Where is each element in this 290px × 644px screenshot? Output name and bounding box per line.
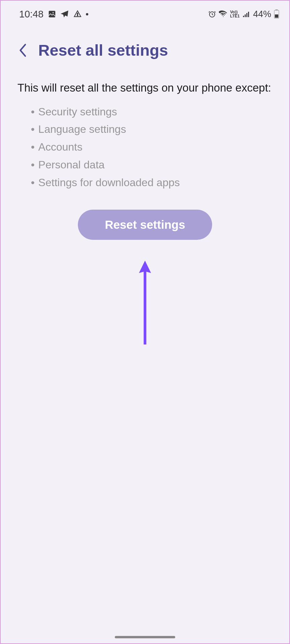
wifi-icon bbox=[219, 10, 228, 18]
alarm-icon bbox=[208, 10, 216, 18]
button-container: Reset settings bbox=[1, 201, 289, 248]
svg-rect-4 bbox=[243, 16, 244, 17]
telegram-icon bbox=[60, 10, 69, 18]
status-time: 10:48 bbox=[19, 9, 44, 20]
svg-rect-5 bbox=[245, 14, 246, 17]
status-bar-right: Vo)) LTE1 44% bbox=[208, 9, 280, 19]
exception-item: Language settings bbox=[31, 120, 273, 138]
svg-rect-7 bbox=[248, 12, 249, 17]
exception-item: Settings for downloaded apps bbox=[31, 174, 273, 192]
page-header: Reset all settings bbox=[1, 24, 289, 69]
svg-rect-10 bbox=[275, 14, 278, 18]
navigation-indicator[interactable] bbox=[115, 636, 175, 638]
reset-description: This will reset all the settings on your… bbox=[1, 69, 289, 100]
back-button[interactable] bbox=[17, 43, 28, 58]
battery-icon bbox=[274, 9, 279, 19]
status-bar: 10:48 ! Vo)) LTE1 44% bbox=[1, 1, 289, 24]
exception-item: Personal data bbox=[31, 156, 273, 174]
annotation-arrow-icon bbox=[135, 259, 155, 347]
svg-rect-6 bbox=[246, 13, 247, 17]
gallery-icon bbox=[48, 10, 56, 18]
status-bar-left: 10:48 ! bbox=[19, 9, 88, 20]
exception-list: Security settings Language settings Acco… bbox=[1, 100, 289, 202]
more-notifications-dot bbox=[86, 13, 88, 15]
drive-icon: ! bbox=[73, 10, 82, 18]
svg-point-1 bbox=[52, 12, 53, 13]
svg-text:!: ! bbox=[77, 12, 78, 16]
signal-icon bbox=[242, 10, 250, 18]
battery-percent: 44% bbox=[253, 9, 271, 19]
exception-item: Security settings bbox=[31, 103, 273, 121]
volte-icon: Vo)) LTE1 bbox=[230, 10, 240, 18]
page-title: Reset all settings bbox=[38, 41, 168, 59]
svg-rect-0 bbox=[49, 11, 55, 17]
exception-item: Accounts bbox=[31, 138, 273, 156]
reset-settings-button[interactable]: Reset settings bbox=[78, 210, 212, 240]
